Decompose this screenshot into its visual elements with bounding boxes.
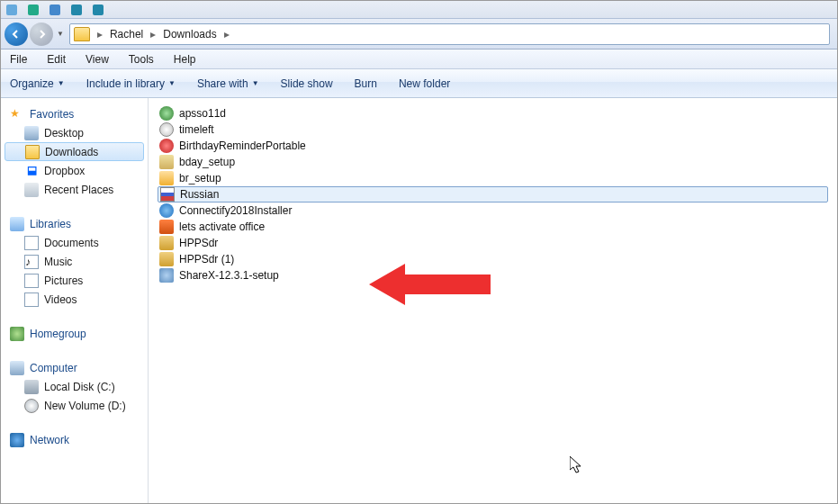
- sidebar-homegroup-group: Homegroup: [1, 325, 148, 343]
- address-bar[interactable]: ▸ Rachel ▸ Downloads ▸: [69, 23, 830, 45]
- file-item[interactable]: apsso11d: [158, 105, 828, 122]
- sidebar-item-label: Recent Places: [44, 184, 113, 196]
- bday-icon: [159, 139, 174, 153]
- sidebar-item-label: Dropbox: [44, 165, 85, 177]
- chevron-down-icon: ▼: [58, 79, 65, 87]
- browser-tab[interactable]: [50, 4, 64, 15]
- menu-tools[interactable]: Tools: [125, 51, 158, 68]
- browser-tab[interactable]: [93, 4, 107, 15]
- browser-tab[interactable]: [28, 4, 42, 15]
- sidebar-item-label: Pictures: [44, 274, 83, 287]
- menu-file[interactable]: File: [6, 51, 31, 68]
- file-name-label: timeleft: [179, 123, 214, 136]
- sidebar-item-documents[interactable]: Documents: [1, 233, 148, 252]
- file-item[interactable]: BirthdayReminderPortable: [158, 138, 828, 154]
- navigation-pane: ★ Favorites Desktop Downloads ⬓Dropbox R…: [1, 98, 149, 503]
- sidebar-item-music[interactable]: ♪Music: [1, 252, 148, 271]
- sidebar-item-label: New Volume (D:): [44, 400, 126, 412]
- recent-places-icon: [24, 183, 39, 197]
- browser-tab[interactable]: [6, 4, 21, 15]
- file-item[interactable]: br_setup: [158, 170, 828, 186]
- pictures-icon: [24, 274, 39, 288]
- include-in-library-menu[interactable]: Include in library▼: [86, 77, 176, 90]
- sidebar-item-label: Videos: [44, 293, 77, 306]
- sidebar-item-videos[interactable]: Videos: [1, 290, 148, 309]
- file-name-label: HPPSdr: [179, 237, 218, 249]
- back-button[interactable]: [5, 22, 28, 46]
- arrow-right-icon: [37, 30, 46, 39]
- chevron-down-icon: ▼: [252, 79, 259, 87]
- br-icon: [159, 171, 174, 185]
- file-name-label: lets activate office: [179, 220, 265, 233]
- forward-button[interactable]: [30, 22, 53, 46]
- file-item[interactable]: Russian: [158, 186, 828, 202]
- sidebar-item-pictures[interactable]: Pictures: [1, 271, 148, 290]
- sidebar-computer-group: Computer Local Disk (C:) New Volume (D:): [1, 359, 148, 415]
- music-icon: ♪: [24, 255, 39, 269]
- sidebar-item-recent-places[interactable]: Recent Places: [1, 180, 148, 199]
- conn-icon: [159, 203, 174, 218]
- menu-edit[interactable]: Edit: [43, 51, 69, 68]
- arrow-left-icon: [12, 30, 21, 39]
- breadcrumb-segment[interactable]: Rachel: [104, 24, 149, 44]
- file-name-label: HPPSdr (1): [179, 253, 234, 266]
- sidebar-item-label: Downloads: [45, 146, 98, 158]
- homegroup-icon: [10, 327, 24, 341]
- menu-view[interactable]: View: [82, 51, 113, 68]
- breadcrumb-separator[interactable]: ▸: [149, 28, 158, 40]
- file-name-label: apsso11d: [179, 107, 226, 120]
- libraries-icon: [10, 217, 24, 231]
- file-item[interactable]: Connectify2018Installer: [158, 202, 828, 219]
- file-list-pane[interactable]: apsso11dtimeleftBirthdayReminderPortable…: [149, 98, 837, 503]
- file-name-label: BirthdayReminderPortable: [179, 140, 306, 152]
- network-icon: [10, 433, 24, 447]
- documents-icon: [24, 236, 39, 250]
- file-item[interactable]: timeleft: [158, 122, 828, 138]
- file-item[interactable]: ShareX-12.3.1-setup: [158, 267, 828, 284]
- sidebar-header-label: Libraries: [30, 218, 71, 230]
- videos-icon: [24, 292, 39, 307]
- browser-tab[interactable]: [71, 4, 86, 15]
- sidebar-item-dropbox[interactable]: ⬓Dropbox: [1, 161, 148, 180]
- sidebar-libraries-header[interactable]: Libraries: [1, 215, 148, 233]
- chevron-down-icon: ▼: [168, 79, 176, 87]
- file-item[interactable]: HPPSdr: [158, 235, 828, 251]
- organize-menu[interactable]: Organize▼: [10, 77, 65, 90]
- recent-locations-dropdown[interactable]: ▼: [57, 30, 64, 38]
- navigation-bar: ▼ ▸ Rachel ▸ Downloads ▸: [1, 19, 837, 50]
- file-item[interactable]: HPPSdr (1): [158, 251, 828, 267]
- sidebar-item-label: Local Disk (C:): [44, 381, 115, 393]
- sidebar-favorites-header[interactable]: ★ Favorites: [1, 105, 148, 123]
- sidebar-item-desktop[interactable]: Desktop: [1, 123, 148, 142]
- file-item[interactable]: bday_setup: [158, 154, 828, 170]
- file-name-label: br_setup: [179, 172, 221, 184]
- flag-icon: [160, 187, 175, 202]
- sidebar-network-header[interactable]: Network: [1, 431, 148, 449]
- sidebar-item-label: Documents: [44, 237, 99, 249]
- command-bar: Organize▼ Include in library▼ Share with…: [1, 69, 837, 98]
- burn-button[interactable]: Burn: [355, 77, 377, 90]
- file-name-label: Russian: [180, 188, 219, 201]
- setup-icon: [159, 155, 174, 169]
- computer-icon: [10, 361, 24, 375]
- breadcrumb-separator[interactable]: ▸: [95, 28, 104, 40]
- sidebar-homegroup-header[interactable]: Homegroup: [1, 325, 148, 343]
- disk-icon: [24, 399, 39, 413]
- file-item[interactable]: lets activate office: [158, 219, 828, 235]
- share-with-menu[interactable]: Share with▼: [197, 77, 259, 90]
- sidebar-computer-header[interactable]: Computer: [1, 359, 148, 377]
- breadcrumb-separator[interactable]: ▸: [222, 28, 231, 40]
- file-name-label: Connectify2018Installer: [179, 204, 292, 217]
- menu-help[interactable]: Help: [170, 51, 200, 68]
- star-icon: ★: [10, 107, 24, 122]
- sidebar-item-new-volume-d[interactable]: New Volume (D:): [1, 396, 148, 415]
- new-folder-button[interactable]: New folder: [399, 77, 450, 90]
- slideshow-button[interactable]: Slide show: [281, 77, 333, 90]
- sidebar-item-downloads[interactable]: Downloads: [5, 142, 144, 161]
- breadcrumb-segment[interactable]: Downloads: [158, 24, 221, 44]
- sidebar-item-local-disk-c[interactable]: Local Disk (C:): [1, 377, 148, 396]
- desktop-icon: [24, 126, 39, 140]
- sharex-icon: [159, 268, 174, 283]
- globe-icon: [159, 106, 174, 121]
- clock-icon: [159, 122, 174, 137]
